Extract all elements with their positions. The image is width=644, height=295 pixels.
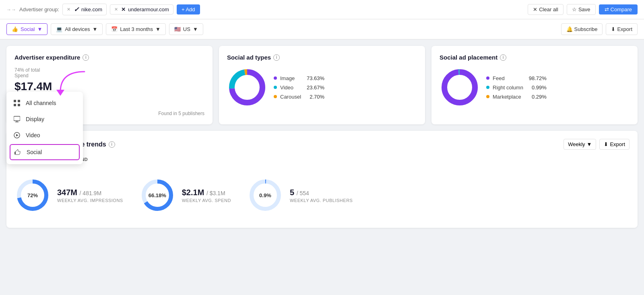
expenditure-title: Advertiser expenditure i (14, 54, 204, 61)
devices-filter-button[interactable]: 💻 All devices ▼ (51, 23, 103, 35)
spend-pct: 66.18% (149, 192, 166, 198)
ad-types-card: Social ad types i (219, 46, 425, 124)
svg-rect-2 (18, 100, 20, 102)
ua-close-icon[interactable]: ✕ (114, 7, 118, 12)
social-label: Social (21, 26, 35, 32)
export-top-icon: ⬇ (611, 26, 615, 32)
clear-all-button[interactable]: ✕ Clear all (528, 4, 564, 15)
marketplace-label: Marketplace (493, 94, 523, 100)
ad-placement-info-icon[interactable]: i (500, 54, 506, 61)
ad-placement-donut (440, 67, 480, 107)
dropdown-social[interactable]: Social (10, 144, 80, 160)
social-dropdown-label: Social (27, 149, 42, 155)
display-icon (13, 115, 21, 123)
video-label: Video (280, 85, 301, 91)
subscribe-button[interactable]: 🔔 Subscribe (561, 23, 603, 35)
star-icon: ☆ (572, 6, 577, 12)
spend-info: $2.1M / $3.1M WEEKLY AVG. SPEND (182, 188, 231, 203)
publishers-donut: 0.9% (247, 177, 283, 213)
nike-close-icon[interactable]: ✕ (67, 7, 70, 12)
publishers-sub-label: WEEKLY AVG. PUBLISHERS (290, 198, 353, 203)
spend-label: Spend (14, 73, 204, 78)
ad-placement-legend: Feed 98.72% Right column 0.99% Marketpla… (486, 75, 547, 100)
ad-types-legend: Image 73.63% Video 23.67% Carousel 2.70% (274, 75, 324, 100)
trends-info-icon[interactable]: i (109, 141, 115, 148)
video-value: 23.67% (304, 85, 324, 91)
region-label: US (183, 26, 190, 32)
legend-marketplace: Marketplace 0.29% (486, 94, 547, 100)
expenditure-info-icon[interactable]: i (83, 54, 89, 61)
ad-placement-card: Social ad placement i (431, 46, 638, 124)
carousel-value: 2.70% (304, 94, 324, 100)
export-icon: ⬇ (604, 141, 608, 147)
ua-logo: ✕ (121, 6, 126, 12)
advertiser-label: Advertiser group: (19, 6, 59, 12)
video-icon (13, 131, 21, 139)
compare-label: Compare (611, 6, 632, 12)
flag-icon: 🇺🇸 (174, 26, 181, 32)
svg-point-16 (444, 72, 475, 103)
spend-metric: 66.18% $2.1M / $3.1M WEEKLY AVG. SPEND (139, 177, 231, 213)
devices-icon: 💻 (56, 26, 62, 32)
date-filter-button[interactable]: 📅 Last 3 months ▼ (106, 23, 166, 35)
social-chevron-icon: ▼ (37, 26, 42, 32)
date-label: Last 3 months (120, 26, 153, 32)
metrics-row: 72% 347M / 481.9M WEEKLY AVG. IMPRESSION… (14, 171, 630, 220)
ad-types-info-icon[interactable]: i (273, 54, 280, 61)
svg-rect-5 (14, 116, 20, 121)
carousel-dot (274, 95, 277, 98)
marketplace-value: 0.29% (526, 94, 547, 100)
add-button[interactable]: + Add (177, 4, 200, 14)
dropdown-all-channels[interactable]: All channels (6, 95, 83, 111)
svg-rect-1 (14, 100, 16, 102)
date-chevron-icon: ▼ (155, 26, 161, 32)
impressions-sub-label: WEEKLY AVG. IMPRESSIONS (57, 198, 123, 203)
dropdown-display[interactable]: Display (6, 111, 83, 127)
ad-placement-title: Social ad placement i (440, 54, 630, 61)
arrow-decoration (52, 64, 101, 97)
legend-video: Video 23.67% (274, 85, 324, 91)
ad-types-donut (227, 67, 267, 107)
main-content: All channels Display Video Social Advert… (0, 39, 644, 234)
region-filter-button[interactable]: 🇺🇸 US ▼ (169, 23, 203, 35)
export-top-label: Export (617, 26, 632, 32)
weekly-label: Weekly (568, 141, 585, 147)
subscribe-label: Subscribe (574, 26, 598, 32)
legend-carousel: Carousel 2.70% (274, 94, 324, 100)
right-col-value: 0.99% (526, 85, 547, 91)
svg-rect-4 (18, 104, 20, 106)
cards-row: Advertiser expenditure i 74% of total Sp… (6, 46, 638, 124)
svg-rect-10 (14, 152, 16, 155)
channel-dropdown-menu: All channels Display Video Social (6, 92, 83, 164)
video-label: Video (26, 132, 40, 138)
feed-label: Feed (493, 75, 523, 81)
ad-types-title-text: Social ad types (227, 54, 271, 61)
expenditure-impressions-section: 74% of total (14, 67, 204, 73)
clear-icon: ✕ (533, 6, 537, 12)
ad-placement-title-text: Social ad placement (440, 54, 497, 61)
ua-tab[interactable]: ✕ ✕ underarmour.com (110, 4, 173, 14)
ad-types-donut-container: Image 73.63% Video 23.67% Carousel 2.70% (227, 67, 417, 107)
trends-header: Advertiser expenditure trends i Weekly ▼… (14, 139, 630, 150)
weekly-button[interactable]: Weekly ▼ (564, 139, 596, 150)
trends-actions: Weekly ▼ ⬇ Export (564, 139, 630, 150)
save-button[interactable]: ☆ Save (567, 4, 596, 15)
export-top-button[interactable]: ⬇ Export (606, 23, 638, 35)
arrow-icon: →→ (6, 7, 16, 12)
export-trends-button[interactable]: ⬇ Export (599, 139, 630, 150)
compare-button[interactable]: ⇄ Compare (599, 4, 638, 14)
impressions-pct-total: 74% of total (14, 67, 204, 73)
right-col-label: Right column (493, 85, 523, 91)
expenditure-title-text: Advertiser expenditure (14, 54, 80, 61)
ua-tab-label: underarmour.com (128, 6, 169, 12)
image-value: 73.63% (304, 75, 324, 81)
nike-tab-label: nike.com (81, 6, 102, 12)
marketplace-dot (486, 95, 489, 98)
dropdown-video[interactable]: Video (6, 127, 83, 143)
impressions-pct: 72% (27, 192, 38, 198)
svg-marker-9 (16, 134, 19, 136)
all-channels-label: All channels (26, 100, 56, 106)
nike-tab[interactable]: ✕ ✓ nike.com (62, 4, 107, 15)
social-filter-button[interactable]: 👍 Social ▼ (6, 23, 47, 35)
save-label: Save (578, 6, 590, 12)
